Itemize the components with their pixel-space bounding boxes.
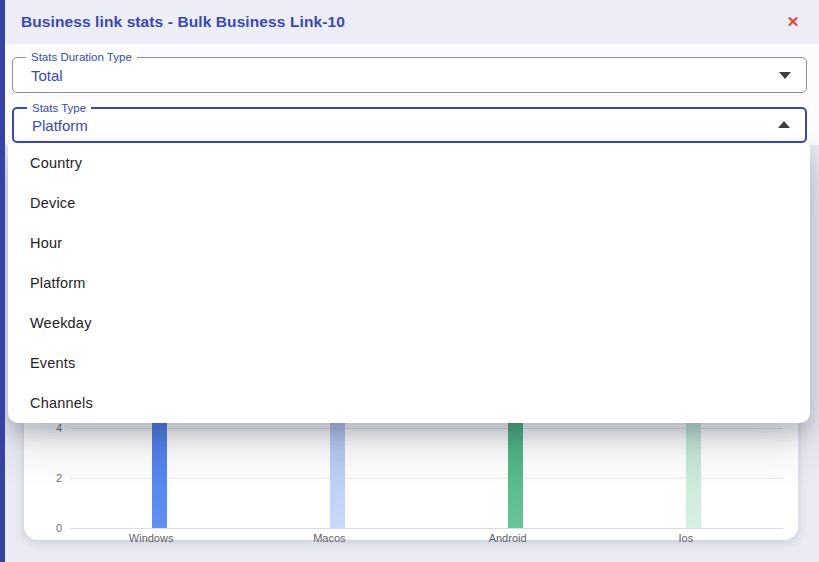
menu-item-channels[interactable]: Channels xyxy=(8,383,810,423)
stats-duration-type-select[interactable]: Stats Duration Type Total xyxy=(12,57,807,93)
y-axis-tick: 4 xyxy=(24,422,62,434)
menu-item-events[interactable]: Events xyxy=(8,343,810,383)
x-axis-label-ios: Ios xyxy=(626,532,746,544)
x-axis-line xyxy=(70,528,783,529)
chevron-up-icon xyxy=(778,121,790,128)
x-axis-label-android: Android xyxy=(448,532,568,544)
chevron-down-icon xyxy=(779,72,791,79)
stats-duration-type-value: Total xyxy=(31,58,63,92)
menu-item-platform[interactable]: Platform xyxy=(8,263,810,303)
menu-item-country[interactable]: Country xyxy=(8,143,810,183)
modal-header: Business link stats - Bulk Business Link… xyxy=(5,0,819,44)
x-axis-label-macos: Macos xyxy=(269,532,389,544)
stats-type-menu: CountryDeviceHourPlatformWeekdayEventsCh… xyxy=(8,143,810,423)
page-left-edge-strip xyxy=(0,0,5,562)
menu-item-weekday[interactable]: Weekday xyxy=(8,303,810,343)
gridline xyxy=(70,478,783,479)
y-axis-tick: 0 xyxy=(24,522,62,534)
stats-type-select[interactable]: Stats Type Platform xyxy=(12,107,807,143)
stats-type-value: Platform xyxy=(32,109,88,141)
menu-item-hour[interactable]: Hour xyxy=(8,223,810,263)
modal-body: Stats Duration Type Total Stats Type Pla… xyxy=(5,44,819,145)
gridline xyxy=(70,428,783,429)
menu-item-device[interactable]: Device xyxy=(8,183,810,223)
y-axis-tick: 2 xyxy=(24,472,62,484)
close-icon: ✕ xyxy=(787,13,800,30)
modal-title: Business link stats - Bulk Business Link… xyxy=(21,13,345,31)
close-button[interactable]: ✕ xyxy=(782,11,804,33)
x-axis-label-windows: Windows xyxy=(91,532,211,544)
